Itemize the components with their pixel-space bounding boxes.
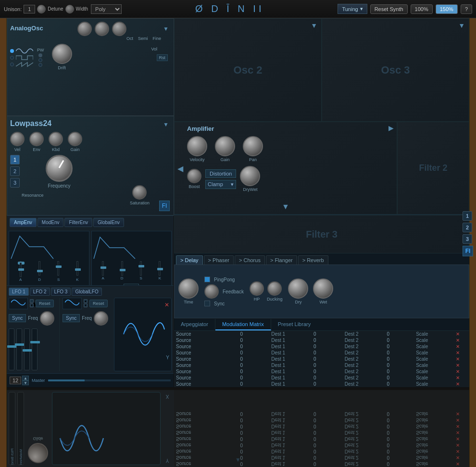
- mod-value-cell[interactable]: 0: [378, 454, 398, 461]
- mod-delete-icon[interactable]: ✕: [456, 442, 460, 448]
- width-knob[interactable]: [65, 5, 74, 13]
- mod-delete-icon[interactable]: ✕: [456, 369, 460, 374]
- env-knob[interactable]: [29, 132, 44, 146]
- detune-knob[interactable]: [37, 5, 46, 13]
- mod-value-cell[interactable]: 0: [232, 454, 251, 461]
- mod-value-cell[interactable]: 0: [305, 454, 325, 461]
- mod-value-cell[interactable]: 0: [305, 423, 325, 429]
- lfo1-button[interactable]: LFO 1: [9, 288, 29, 296]
- delay-tab[interactable]: > Delay: [176, 255, 203, 265]
- delay-time-knob[interactable]: [178, 278, 199, 299]
- mod-value-cell[interactable]: 0: [305, 381, 325, 387]
- square-wave-icon[interactable]: [16, 55, 33, 61]
- mod-value-cell[interactable]: 0: [305, 343, 325, 350]
- filter2-btn-3[interactable]: 3: [463, 234, 472, 244]
- mod-value-cell[interactable]: 0: [305, 362, 325, 368]
- mod-value-cell[interactable]: 0: [232, 375, 251, 381]
- mod-value-cell[interactable]: 0: [305, 417, 325, 423]
- mod-value-cell[interactable]: 0: [232, 356, 251, 362]
- mod-matrix-tab[interactable]: Modulation Matrix: [215, 319, 271, 330]
- lfo2-button[interactable]: LFO 2: [30, 288, 50, 296]
- mod-value-cell[interactable]: 0: [378, 381, 398, 387]
- mod-value-cell[interactable]: 0: [305, 337, 325, 343]
- filter-btn-2[interactable]: 2: [10, 166, 20, 176]
- mod-env-button[interactable]: ModEnv: [38, 218, 64, 227]
- mod-delete-icon[interactable]: ✕: [456, 381, 460, 387]
- filter-btn-3[interactable]: 3: [10, 178, 20, 188]
- mod-value-cell[interactable]: 0: [232, 337, 251, 343]
- pingpong-checkbox[interactable]: [204, 277, 210, 282]
- mod-value-cell[interactable]: 0: [378, 417, 398, 423]
- amp-left-arrow[interactable]: ◀: [177, 164, 183, 173]
- filter2-fi-btn[interactable]: FI: [463, 246, 473, 256]
- reset-synth-button[interactable]: Reset Synth: [370, 4, 408, 14]
- mod-value-cell[interactable]: 0: [232, 343, 251, 350]
- mod-delete-icon[interactable]: ✕: [456, 436, 460, 442]
- mod-value-cell[interactable]: 0: [232, 417, 251, 423]
- mod-value-cell[interactable]: 0: [378, 461, 398, 467]
- mod-delete-icon[interactable]: ✕: [456, 338, 460, 343]
- y-control[interactable]: Y: [166, 353, 169, 361]
- wet-knob[interactable]: [313, 278, 333, 299]
- semi-knob[interactable]: [95, 22, 109, 36]
- dry-knob[interactable]: [288, 278, 308, 299]
- lfo1-freq-knob[interactable]: [40, 311, 54, 326]
- zoom-150-button[interactable]: 150%: [436, 4, 458, 14]
- mod-value-cell[interactable]: 0: [305, 356, 325, 362]
- lfo1-sync-button[interactable]: Sync: [9, 314, 26, 322]
- mod-delete-icon[interactable]: ✕: [456, 417, 460, 423]
- fine-knob[interactable]: [112, 22, 126, 36]
- mod-value-cell[interactable]: 0: [232, 436, 251, 442]
- mod-value-cell[interactable]: 0: [232, 442, 251, 448]
- filter-collapse-arrow[interactable]: ▼: [161, 121, 171, 128]
- mod-value-cell[interactable]: 0: [305, 411, 325, 417]
- mod-value-cell[interactable]: 0: [232, 362, 251, 368]
- glide-knob-ref[interactable]: [28, 443, 48, 463]
- mod-value-cell[interactable]: 0: [305, 331, 325, 337]
- arpeggiator-tab[interactable]: Arpeggiator: [174, 319, 215, 330]
- lfo2-down-arrow[interactable]: ▼: [84, 303, 88, 307]
- master-down-button[interactable]: ▼: [22, 380, 29, 385]
- filter2-btn-2[interactable]: 2: [463, 223, 472, 232]
- waveform-x-button[interactable]: ✕: [164, 300, 169, 309]
- reverb-tab[interactable]: > Reverb: [298, 255, 328, 265]
- lfo2-reset-button[interactable]: Reset: [89, 300, 108, 307]
- lfo1-down-arrow[interactable]: ▼: [30, 303, 34, 307]
- lfo1-wave-selector[interactable]: [9, 298, 28, 309]
- fi-button[interactable]: FI: [159, 201, 170, 211]
- mod-delete-icon[interactable]: ✕: [456, 356, 460, 362]
- clamp-dropdown[interactable]: Clamp ▾: [205, 180, 236, 189]
- mod-value-cell[interactable]: 0: [378, 448, 398, 454]
- oct-knob[interactable]: [77, 22, 92, 36]
- mod-value-cell[interactable]: 0: [232, 368, 251, 375]
- kbd-knob[interactable]: [49, 132, 63, 146]
- mod-value-cell[interactable]: 0: [305, 448, 325, 454]
- osc2-arrow[interactable]: ▼: [311, 22, 317, 29]
- mod-value-cell[interactable]: 0: [378, 442, 398, 448]
- global-env-button[interactable]: GlobalEnv: [93, 218, 124, 227]
- master-number-input[interactable]: [10, 377, 21, 384]
- mod-value-cell[interactable]: 0: [305, 368, 325, 375]
- mod-value-cell[interactable]: 0: [378, 429, 398, 436]
- mod-delete-icon[interactable]: ✕: [456, 430, 460, 435]
- mod-value-cell[interactable]: 0: [378, 368, 398, 375]
- poly-select[interactable]: Poly Mono Legato: [91, 4, 122, 14]
- drift-knob[interactable]: [52, 44, 72, 64]
- mod-value-cell[interactable]: 0: [232, 331, 251, 337]
- drywet-knob[interactable]: [240, 166, 260, 186]
- mod-value-cell[interactable]: 0: [378, 331, 398, 337]
- boost-knob[interactable]: [187, 169, 201, 183]
- mod-value-cell[interactable]: 0: [232, 429, 251, 436]
- mod-value-cell[interactable]: 0: [378, 375, 398, 381]
- mod-value-cell[interactable]: 0: [232, 461, 251, 467]
- amp-right-arrow[interactable]: ▶: [388, 124, 394, 132]
- flanger-tab[interactable]: > Flanger: [266, 255, 297, 265]
- frequency-knob[interactable]: [46, 155, 73, 182]
- rst-button[interactable]: Rst: [157, 54, 168, 61]
- filter-btn-1[interactable]: 1: [10, 155, 20, 164]
- lfo2-up-arrow[interactable]: ▲: [84, 299, 88, 303]
- lfo1-reset-button[interactable]: Reset: [36, 300, 54, 307]
- mod-value-cell[interactable]: 0: [378, 350, 398, 356]
- lfo3-button[interactable]: LFO 3: [51, 288, 71, 296]
- lfo2-sync-button[interactable]: Sync: [63, 314, 80, 322]
